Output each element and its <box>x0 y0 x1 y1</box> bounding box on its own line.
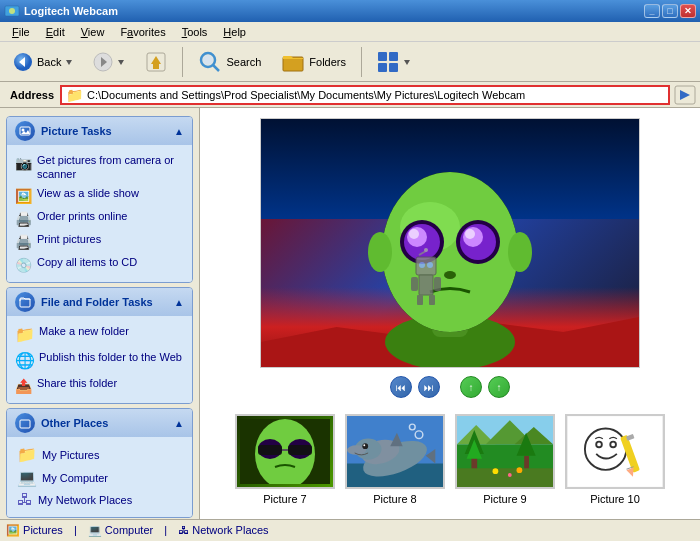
menu-help[interactable]: Help <box>215 24 254 40</box>
order-prints-icon: 🖨️ <box>15 210 33 228</box>
task-copy-cd-label: Copy all items to CD <box>37 255 137 269</box>
other-places-header-left: Other Places <box>15 413 108 433</box>
svg-rect-14 <box>283 57 303 71</box>
other-places-icon <box>15 413 35 433</box>
play-prev-button[interactable]: ⏮ <box>390 376 412 398</box>
toolbar-separator-2 <box>361 47 362 77</box>
view-button[interactable] <box>368 46 420 78</box>
search-button[interactable]: Search <box>189 45 270 79</box>
svg-rect-60 <box>258 445 282 455</box>
minimize-button[interactable]: _ <box>644 4 660 18</box>
other-place-computer[interactable]: 💻 My Computer <box>13 466 186 489</box>
svg-rect-46 <box>416 257 436 275</box>
task-publish-web-label: Publish this folder to the Web <box>39 350 182 364</box>
svg-point-88 <box>517 467 523 473</box>
other-places-header[interactable]: Other Places ▲ <box>7 409 192 437</box>
menu-edit[interactable]: Edit <box>38 24 73 40</box>
maximize-button[interactable]: □ <box>662 4 678 18</box>
zoom-out-button[interactable]: ↑ <box>488 376 510 398</box>
task-get-pictures[interactable]: 📷 Get pictures from camera or scanner <box>13 151 186 184</box>
task-print[interactable]: 🖨️ Print pictures <box>13 230 186 253</box>
thumbnail-7-img <box>235 414 335 489</box>
other-place-pictures[interactable]: 📁 My Pictures <box>13 443 186 466</box>
menu-favorites[interactable]: Favorites <box>112 24 173 40</box>
back-dropdown-icon <box>65 58 73 66</box>
main-image <box>261 119 639 367</box>
file-folder-tasks-header[interactable]: File and Folder Tasks ▲ <box>7 288 192 316</box>
task-new-folder[interactable]: 📁 Make a new folder <box>13 322 186 348</box>
task-publish-web[interactable]: 🌐 Publish this folder to the Web <box>13 348 186 374</box>
other-places-section: Other Places ▲ 📁 My Pictures 💻 My Comput… <box>6 408 193 518</box>
svg-rect-17 <box>378 63 387 72</box>
menu-tools[interactable]: Tools <box>174 24 216 40</box>
slideshow-icon: 🖼️ <box>15 187 33 205</box>
other-places-title: Other Places <box>41 417 108 429</box>
close-button[interactable]: ✕ <box>680 4 696 18</box>
view-dropdown-icon <box>403 58 411 66</box>
svg-rect-48 <box>411 277 418 291</box>
back-button[interactable]: Back <box>4 47 82 77</box>
picture-tasks-title: Picture Tasks <box>41 125 112 137</box>
task-slideshow[interactable]: 🖼️ View as a slide show <box>13 184 186 207</box>
svg-point-86 <box>493 468 499 474</box>
play-next-button[interactable]: ⏭ <box>418 376 440 398</box>
svg-rect-18 <box>389 63 398 72</box>
file-folder-tasks-body: 📁 Make a new folder 🌐 Publish this folde… <box>7 316 192 403</box>
other-places-collapse[interactable]: ▲ <box>174 418 184 429</box>
thumbnail-7[interactable]: Picture 7 <box>235 414 335 505</box>
picture-tasks-collapse[interactable]: ▲ <box>174 126 184 137</box>
picture-tasks-section: Picture Tasks ▲ 📷 Get pictures from came… <box>6 116 193 283</box>
address-bar: Address 📁 C:\Documents and Settings\Prod… <box>0 82 700 108</box>
status-pictures-label: Pictures <box>23 524 63 536</box>
file-folder-collapse[interactable]: ▲ <box>174 297 184 308</box>
view-icon <box>377 51 399 73</box>
up-button[interactable] <box>136 46 176 78</box>
thumbnail-10[interactable]: Picture 10 <box>565 414 665 505</box>
thumbnail-9[interactable]: Picture 9 <box>455 414 555 505</box>
svg-rect-15 <box>378 52 387 61</box>
search-label: Search <box>226 56 261 68</box>
folders-icon <box>281 51 305 73</box>
svg-point-12 <box>203 55 213 65</box>
menu-view[interactable]: View <box>73 24 113 40</box>
toolbar: Back Search Folders <box>0 42 700 82</box>
forward-dropdown-icon <box>117 58 125 66</box>
left-panel: Picture Tasks ▲ 📷 Get pictures from came… <box>0 108 200 519</box>
picture-tasks-icon <box>15 121 35 141</box>
right-content: ⏮ ⏭ ↑ ↑ <box>200 108 700 519</box>
address-label: Address <box>4 89 60 101</box>
robot-figure <box>401 247 451 307</box>
my-pictures-icon: 📁 <box>17 445 37 464</box>
menu-file[interactable]: File <box>4 24 38 40</box>
svg-point-87 <box>508 473 512 477</box>
thumbnail-8-img <box>345 414 445 489</box>
task-share-folder[interactable]: 📤 Share this folder <box>13 374 186 397</box>
zoom-in-button[interactable]: ↑ <box>460 376 482 398</box>
svg-rect-85 <box>457 468 553 487</box>
picture-tasks-header[interactable]: Picture Tasks ▲ <box>7 117 192 145</box>
thumbnail-8[interactable]: Picture 8 <box>345 414 445 505</box>
other-place-network[interactable]: 🖧 My Network Places <box>13 489 186 511</box>
task-order-prints[interactable]: 🖨️ Order prints online <box>13 207 186 230</box>
file-folder-tasks-icon <box>15 292 35 312</box>
svg-rect-16 <box>389 52 398 61</box>
thumbnail-8-visual <box>347 416 443 487</box>
my-network-places-label: My Network Places <box>38 494 132 506</box>
svg-rect-50 <box>417 295 423 305</box>
playback-controls: ⏮ ⏭ ↑ ↑ <box>390 376 510 398</box>
address-go-icon[interactable] <box>674 85 696 105</box>
folders-button[interactable]: Folders <box>272 46 355 78</box>
svg-rect-10 <box>153 64 159 69</box>
task-order-prints-label: Order prints online <box>37 209 128 223</box>
svg-point-42 <box>465 229 475 239</box>
share-folder-icon: 📤 <box>15 377 33 395</box>
back-icon <box>13 52 33 72</box>
svg-line-13 <box>213 65 219 71</box>
file-folder-tasks-section: File and Folder Tasks ▲ 📁 Make a new fol… <box>6 287 193 404</box>
task-copy-cd[interactable]: 💿 Copy all items to CD <box>13 253 186 276</box>
svg-marker-4 <box>66 60 72 65</box>
file-folder-tasks-header-left: File and Folder Tasks <box>15 292 153 312</box>
forward-button[interactable] <box>84 47 134 77</box>
new-folder-icon: 📁 <box>15 325 35 346</box>
address-input[interactable]: 📁 C:\Documents and Settings\Prod Special… <box>60 85 670 105</box>
